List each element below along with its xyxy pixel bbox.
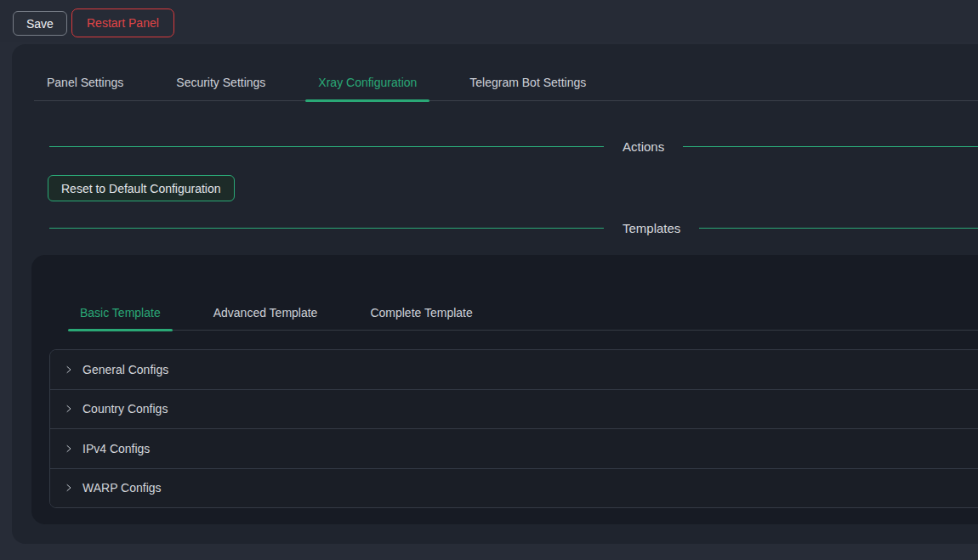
- tab-security-settings[interactable]: Security Settings: [176, 65, 265, 100]
- chevron-right-icon: [64, 444, 74, 454]
- accordion-general-configs[interactable]: General Configs: [50, 350, 978, 389]
- topbar: Save Restart Panel: [0, 0, 978, 42]
- chevron-right-icon: [64, 404, 74, 414]
- app-viewport: Save Restart Panel Panel Settings Securi…: [0, 0, 978, 560]
- templates-section-divider: Templates: [49, 218, 978, 237]
- tab-xray-configuration[interactable]: Xray Configuration: [318, 65, 417, 100]
- actions-section-divider: Actions: [49, 137, 978, 156]
- template-tab-bar: Basic Template Advanced Template Complet…: [68, 295, 978, 331]
- accordion-warp-configs[interactable]: WARP Configs: [50, 468, 978, 508]
- settings-card: Panel Settings Security Settings Xray Co…: [12, 44, 978, 544]
- chevron-right-icon: [64, 365, 74, 375]
- tab-complete-template[interactable]: Complete Template: [370, 295, 472, 330]
- tab-telegram-bot-settings[interactable]: Telegram Bot Settings: [469, 65, 586, 100]
- config-accordion: General Configs Country Configs IPv4 Con…: [49, 349, 978, 508]
- accordion-label: Country Configs: [82, 402, 168, 416]
- save-button[interactable]: Save: [13, 11, 67, 36]
- accordion-label: General Configs: [82, 363, 168, 376]
- accordion-ipv4-configs[interactable]: IPv4 Configs: [50, 428, 978, 468]
- tab-advanced-template[interactable]: Advanced Template: [213, 295, 318, 330]
- chevron-right-icon: [64, 483, 74, 493]
- divider-line: [49, 228, 604, 229]
- accordion-label: WARP Configs: [82, 481, 162, 495]
- tab-panel-settings[interactable]: Panel Settings: [47, 65, 123, 100]
- actions-section-title: Actions: [604, 139, 683, 154]
- accordion-country-configs[interactable]: Country Configs: [50, 389, 978, 429]
- settings-tab-bar: Panel Settings Security Settings Xray Co…: [34, 65, 978, 101]
- tab-basic-template[interactable]: Basic Template: [80, 295, 161, 330]
- templates-card: Basic Template Advanced Template Complet…: [31, 255, 978, 524]
- divider-line: [683, 146, 978, 147]
- templates-section-title: Templates: [604, 221, 699, 235]
- accordion-label: IPv4 Configs: [82, 442, 150, 455]
- divider-line: [699, 228, 978, 229]
- restart-panel-button[interactable]: Restart Panel: [71, 8, 174, 37]
- divider-line: [49, 146, 604, 147]
- reset-default-configuration-button[interactable]: Reset to Default Configuration: [48, 175, 235, 201]
